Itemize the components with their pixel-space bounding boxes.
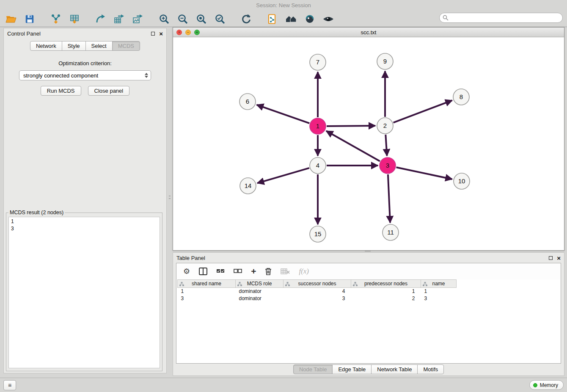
svg-text:7: 7 <box>316 58 319 66</box>
float-table-panel-icon[interactable] <box>549 256 553 260</box>
graph-edge-2-3[interactable] <box>385 135 387 156</box>
graph-node-7[interactable]: 7 <box>310 54 326 70</box>
zoom-selected-button[interactable] <box>213 12 227 26</box>
table-row[interactable]: 1dominator411 <box>178 288 457 295</box>
memory-button[interactable]: Memory <box>529 380 564 390</box>
save-session-button[interactable] <box>23 12 36 26</box>
show-hide-details-button[interactable] <box>322 12 335 26</box>
table-cell[interactable]: 1 <box>351 288 421 295</box>
graph-edge-1-6[interactable] <box>257 105 310 124</box>
run-mcds-button[interactable]: Run MCDS <box>41 86 81 96</box>
zoom-fit-button[interactable] <box>195 12 208 26</box>
table-cell[interactable]: 3 <box>284 295 351 302</box>
search-input[interactable] <box>439 13 563 23</box>
float-panel-icon[interactable] <box>151 32 155 36</box>
tab-edge-table[interactable]: Edge Table <box>332 364 372 374</box>
graph-node-3[interactable]: 3 <box>380 157 396 174</box>
deselect-all-columns-button[interactable] <box>234 269 242 274</box>
table-cell[interactable]: 2 <box>351 295 421 302</box>
graph-edge-3-11[interactable] <box>388 174 390 223</box>
graph-node-4[interactable]: 4 <box>310 157 326 174</box>
delete-column-button[interactable] <box>265 268 272 275</box>
save-icon <box>25 14 35 24</box>
svg-text:11: 11 <box>387 229 394 236</box>
create-column-button[interactable]: + <box>251 266 256 276</box>
home-button[interactable] <box>284 12 298 26</box>
graph-edge-3-1[interactable] <box>326 131 380 161</box>
refresh-button[interactable] <box>239 12 253 26</box>
graph-edge-4-14[interactable] <box>257 168 309 183</box>
table-panel-tabs: Node TableEdge TableNetwork TableMotifs <box>173 364 564 374</box>
table-cell[interactable]: 4 <box>284 288 351 295</box>
graph-node-14[interactable]: 14 <box>240 178 256 194</box>
column-hierarchy-icon <box>353 282 358 286</box>
tab-network[interactable]: Network <box>30 41 62 51</box>
graph-node-6[interactable]: 6 <box>239 94 256 110</box>
select-all-columns-button[interactable] <box>216 269 225 274</box>
table-cell[interactable]: 3 <box>178 295 236 302</box>
task-history-button[interactable]: ≡ <box>3 380 16 390</box>
graph-node-8[interactable]: 8 <box>453 89 469 105</box>
column-header-shared-name[interactable]: shared name <box>178 280 236 288</box>
network-canvas[interactable]: 7968124314101511 <box>173 37 564 250</box>
table-cell[interactable]: dominator <box>236 288 284 295</box>
column-header-name[interactable]: name <box>421 280 457 288</box>
delete-table-button[interactable] <box>281 268 290 274</box>
column-header-MCDS-role[interactable]: MCDS role <box>236 280 284 288</box>
tab-mcds[interactable]: MCDS <box>112 41 140 51</box>
function-builder-button[interactable]: f(x) <box>299 267 309 276</box>
tab-select[interactable]: Select <box>85 41 113 51</box>
node-table: shared nameMCDS rolesuccessor nodesprede… <box>177 279 457 302</box>
zoom-out-icon <box>177 14 188 25</box>
graph-node-1[interactable]: 1 <box>310 118 326 134</box>
folder-open-icon <box>6 14 17 25</box>
svg-text:6: 6 <box>246 98 249 105</box>
graph-node-10[interactable]: 10 <box>454 173 470 189</box>
minimize-window-button[interactable]: − <box>185 30 191 35</box>
optimization-criterion-value: strongly connected component <box>23 72 98 79</box>
optimization-criterion-select[interactable]: strongly connected component <box>19 70 151 80</box>
style-button[interactable] <box>303 12 317 26</box>
table-cell[interactable]: 3 <box>421 295 457 302</box>
show-columns-button[interactable] <box>199 268 207 275</box>
import-table-icon <box>69 14 80 25</box>
close-panel-button[interactable]: Close panel <box>88 86 130 96</box>
export-network-button[interactable] <box>94 12 107 26</box>
graph-edge-2-8[interactable] <box>394 100 452 123</box>
tab-node-table[interactable]: Node Table <box>293 364 333 374</box>
export-document-button[interactable] <box>266 12 279 26</box>
tab-style[interactable]: Style <box>62 41 86 51</box>
import-network-button[interactable] <box>49 12 63 26</box>
table-cell[interactable]: dominator <box>236 295 284 302</box>
table-panel-title: Table Panel <box>176 255 205 261</box>
control-panel-tabs: NetworkStyleSelectMCDS <box>4 41 166 51</box>
column-header-predecessor-nodes[interactable]: predecessor nodes <box>351 280 421 288</box>
table-cell[interactable]: 1 <box>421 288 457 295</box>
graph-node-11[interactable]: 11 <box>383 224 399 240</box>
close-panel-icon[interactable]: × <box>159 30 163 37</box>
zoom-out-button[interactable] <box>176 12 190 26</box>
graph-edge-3-10[interactable] <box>396 167 452 179</box>
vertical-splitter[interactable] <box>167 28 172 373</box>
table-settings-button[interactable]: ⚙ <box>183 267 190 276</box>
export-image-button[interactable] <box>131 12 145 26</box>
home-icon <box>285 14 297 25</box>
close-table-panel-icon[interactable]: × <box>557 255 561 261</box>
graph-node-15[interactable]: 15 <box>310 226 326 242</box>
tab-network-table[interactable]: Network Table <box>371 364 418 374</box>
tab-motifs[interactable]: Motifs <box>417 364 444 374</box>
table-row[interactable]: 3dominator323 <box>178 295 457 302</box>
export-table-button[interactable] <box>113 12 126 26</box>
graph-node-2[interactable]: 2 <box>377 118 393 134</box>
close-window-button[interactable]: × <box>176 30 182 35</box>
svg-text:9: 9 <box>383 58 387 65</box>
table-cell[interactable]: 1 <box>178 288 236 295</box>
zoom-in-button[interactable] <box>157 12 171 26</box>
graph-node-9[interactable]: 9 <box>377 53 393 69</box>
open-session-button[interactable] <box>4 12 18 26</box>
graph-edge-1-2[interactable] <box>327 126 375 126</box>
column-header-successor-nodes[interactable]: successor nodes <box>284 280 351 288</box>
svg-text:2: 2 <box>383 122 387 129</box>
zoom-window-button[interactable]: + <box>194 30 200 35</box>
import-table-button[interactable] <box>68 12 81 26</box>
